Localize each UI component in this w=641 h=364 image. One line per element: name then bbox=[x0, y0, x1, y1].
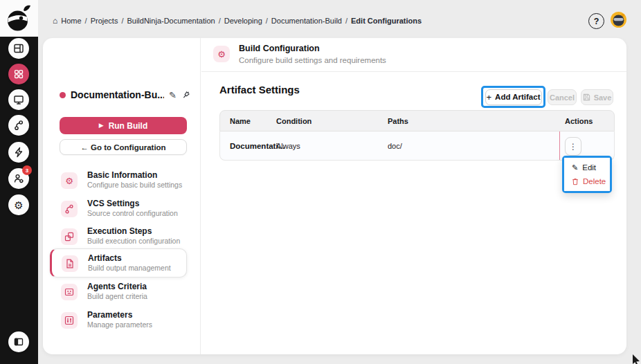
nav-desc: Manage parameters bbox=[87, 320, 152, 329]
breadcrumb-separator: / bbox=[266, 17, 268, 25]
breadcrumb-separator: / bbox=[85, 17, 87, 25]
build-configuration-name: Documentation-Bu... bbox=[71, 89, 164, 100]
go-to-configuration-label: ← Go to Configuration bbox=[80, 143, 165, 152]
nav-label: VCS Settings bbox=[87, 199, 139, 208]
execution-steps-chip bbox=[61, 228, 78, 245]
breadcrumb-developing[interactable]: Developing bbox=[224, 17, 262, 25]
run-build-label: Run Build bbox=[109, 121, 148, 131]
cell-artifact-paths: doc/ bbox=[388, 142, 402, 150]
run-build-button[interactable]: ▶ Run Build bbox=[60, 117, 187, 134]
column-header-name: Name bbox=[230, 117, 251, 125]
content-card: Documentation-Bu... ✎ ▶ Run Build ← Go t… bbox=[43, 38, 626, 354]
nav-item-parameters[interactable]: Parameters Manage parameters bbox=[50, 306, 187, 335]
page-subtitle: Configure build settings and requirement… bbox=[239, 56, 386, 64]
column-header-actions: Actions bbox=[565, 117, 593, 125]
page-title: Build Configuration bbox=[239, 44, 320, 53]
column-header-paths: Paths bbox=[388, 117, 408, 125]
breadcrumb-separator: / bbox=[345, 17, 347, 25]
main-content: ⚙ Build Configuration Configure build se… bbox=[201, 38, 626, 354]
agent-screen-icon bbox=[64, 287, 74, 297]
breadcrumb-edit-configurations[interactable]: Edit Configurations bbox=[351, 17, 422, 25]
collapse-panel-icon bbox=[13, 336, 24, 347]
nav-item-agents-criteria[interactable]: Agents Criteria Build agent criteria bbox=[50, 277, 187, 307]
git-branch-icon bbox=[13, 120, 24, 131]
add-artifact-label: Add Artifact bbox=[495, 93, 540, 101]
go-to-configuration-button[interactable]: ← Go to Configuration bbox=[60, 139, 187, 155]
gear-icon: ⚙ bbox=[14, 200, 23, 210]
projects-grid-icon bbox=[13, 69, 24, 80]
pin-icon[interactable] bbox=[181, 90, 191, 100]
notification-badge: 3 bbox=[22, 165, 32, 175]
nav-label: Artifacts bbox=[88, 253, 122, 263]
breadcrumb-documentation-build[interactable]: Documentation-Build bbox=[271, 17, 342, 25]
nav-desc: Build output management bbox=[88, 264, 171, 272]
steps-bricks-icon bbox=[64, 232, 74, 242]
parameters-chip bbox=[61, 312, 78, 329]
breadcrumb-home[interactable]: Home bbox=[61, 17, 81, 25]
monitor-icon bbox=[13, 94, 24, 105]
rail-builds-button[interactable] bbox=[8, 142, 29, 163]
app-logo-ninja-icon[interactable] bbox=[6, 4, 32, 33]
sliders-icon bbox=[64, 316, 74, 325]
breadcrumb-buildninja-documentation[interactable]: BuildNinja-Documentation bbox=[127, 17, 215, 25]
nav-item-vcs-settings[interactable]: VCS Settings Source control configuratio… bbox=[50, 194, 187, 224]
rail-projects-button[interactable] bbox=[8, 64, 29, 84]
vcs-settings-chip bbox=[61, 201, 78, 217]
nav-desc: Build agent criteria bbox=[87, 292, 147, 300]
rail-dashboard-button[interactable] bbox=[8, 38, 29, 59]
nav-label: Agents Criteria bbox=[87, 282, 147, 291]
nav-item-execution-steps[interactable]: Execution Steps Build execution configur… bbox=[50, 222, 187, 251]
row-accent-line bbox=[559, 131, 560, 160]
status-dot bbox=[60, 92, 66, 98]
trash-icon bbox=[572, 178, 579, 185]
breadcrumb-projects[interactable]: Projects bbox=[91, 17, 118, 25]
rail-users-button[interactable]: 3 bbox=[8, 168, 29, 189]
app-root: 3 ⚙ ⌂ Home / Projects / BuildNinja-Docum… bbox=[0, 0, 641, 364]
add-artifact-button[interactable]: + Add Artifact bbox=[485, 89, 542, 105]
artifacts-table: Name Condition Paths Actions Documentati… bbox=[219, 110, 615, 161]
nav-desc: Source control configuration bbox=[87, 209, 178, 217]
config-sidebar: Documentation-Bu... ✎ ▶ Run Build ← Go t… bbox=[43, 38, 201, 354]
menu-item-delete[interactable]: Delete bbox=[564, 177, 610, 185]
nav-desc: Configure basic build settings bbox=[87, 181, 182, 189]
nav-item-artifacts[interactable]: Artifacts Build output management bbox=[50, 248, 187, 277]
icon-rail: 3 ⚙ bbox=[0, 0, 38, 364]
gear-icon: ⚙ bbox=[217, 50, 226, 59]
cancel-button[interactable]: Cancel bbox=[548, 89, 577, 105]
cell-artifact-condition: Always bbox=[276, 142, 300, 150]
column-header-condition: Condition bbox=[276, 117, 312, 125]
dashboard-icon bbox=[13, 43, 24, 54]
row-context-menu: ✎ Edit Delete bbox=[564, 158, 610, 191]
save-button[interactable]: Save bbox=[581, 89, 613, 105]
rail-changes-button[interactable] bbox=[8, 115, 29, 136]
artifacts-chip bbox=[62, 255, 78, 272]
document-icon bbox=[65, 259, 75, 269]
highlight-row-menu: ✎ Edit Delete bbox=[562, 156, 612, 193]
breadcrumb: ⌂ Home / Projects / BuildNinja-Documenta… bbox=[53, 17, 422, 25]
breadcrumb-separator: / bbox=[121, 17, 123, 25]
logo-area bbox=[0, 0, 38, 37]
play-icon: ▶ bbox=[99, 122, 104, 129]
nav-item-basic-information[interactable]: ⚙ Basic Information Configure basic buil… bbox=[50, 166, 187, 195]
rail-settings-button[interactable]: ⚙ bbox=[8, 194, 29, 215]
nav-label: Execution Steps bbox=[87, 226, 152, 236]
header-divider bbox=[201, 71, 626, 72]
rail-collapse-button[interactable] bbox=[8, 331, 29, 352]
agents-criteria-chip bbox=[61, 284, 78, 300]
kebab-icon: ⋮ bbox=[569, 142, 577, 152]
question-mark-icon: ? bbox=[594, 17, 599, 26]
build-title-row: Documentation-Bu... ✎ bbox=[60, 88, 191, 102]
edit-pencil-icon: ✎ bbox=[572, 164, 578, 172]
menu-item-edit[interactable]: ✎ Edit bbox=[564, 163, 610, 172]
edit-name-pencil-icon[interactable]: ✎ bbox=[169, 91, 177, 100]
table-header: Name Condition Paths Actions bbox=[219, 110, 615, 131]
table-row: Documentati... Always doc/ ⋮ bbox=[219, 131, 615, 161]
user-avatar[interactable] bbox=[609, 10, 628, 29]
help-button[interactable]: ? bbox=[588, 13, 604, 29]
rail-agents-button[interactable] bbox=[8, 89, 29, 110]
row-actions-menu-button[interactable]: ⋮ bbox=[565, 137, 581, 156]
nav-desc: Build execution configuration bbox=[87, 237, 180, 245]
gear-icon: ⚙ bbox=[65, 176, 73, 185]
nav-label: Basic Information bbox=[87, 170, 157, 180]
build-configuration-chip: ⚙ bbox=[213, 46, 230, 62]
